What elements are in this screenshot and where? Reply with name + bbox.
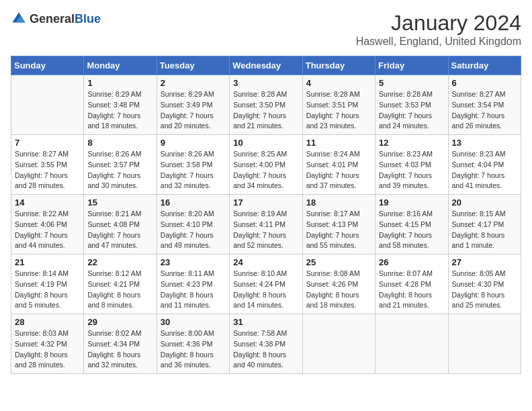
calendar-week-row: 7Sunrise: 8:27 AMSunset: 3:55 PMDaylight… [11,135,521,195]
cell-info: Sunrise: 8:23 AMSunset: 4:04 PMDaylight:… [452,149,517,191]
cell-info: Sunrise: 8:21 AMSunset: 4:08 PMDaylight:… [87,209,152,251]
cell-info: Sunrise: 8:02 AMSunset: 4:34 PMDaylight:… [87,328,152,371]
calendar-cell: 18Sunrise: 8:17 AMSunset: 4:13 PMDayligh… [302,195,375,255]
calendar-cell: 7Sunrise: 8:27 AMSunset: 3:55 PMDaylight… [11,135,84,195]
calendar-cell: 11Sunrise: 8:24 AMSunset: 4:01 PMDayligh… [302,135,375,195]
logo-icon [11,11,27,27]
month-title: January 2024 [356,11,521,36]
day-number: 30 [161,317,226,327]
cell-info: Sunrise: 8:28 AMSunset: 3:50 PMDaylight:… [233,89,298,132]
calendar-cell: 15Sunrise: 8:21 AMSunset: 4:08 PMDayligh… [84,195,157,255]
calendar-cell: 5Sunrise: 8:28 AMSunset: 3:53 PMDaylight… [375,75,448,135]
calendar-cell: 8Sunrise: 8:26 AMSunset: 3:57 PMDaylight… [84,135,157,195]
day-number: 19 [379,197,444,208]
cell-info: Sunrise: 8:22 AMSunset: 4:06 PMDaylight:… [15,209,80,251]
calendar-cell: 4Sunrise: 8:28 AMSunset: 3:51 PMDaylight… [302,75,375,135]
day-number: 20 [452,197,517,208]
cell-info: Sunrise: 8:17 AMSunset: 4:13 PMDaylight:… [306,209,371,251]
day-number: 27 [452,257,517,267]
day-number: 11 [306,138,371,148]
day-number: 14 [15,197,80,208]
day-number: 4 [306,78,371,88]
day-number: 17 [233,197,298,208]
calendar-cell: 29Sunrise: 8:02 AMSunset: 4:34 PMDayligh… [84,314,157,374]
day-header: Monday [84,56,157,75]
day-number: 7 [15,138,80,148]
cell-info: Sunrise: 8:28 AMSunset: 3:51 PMDaylight:… [306,89,371,132]
cell-info: Sunrise: 8:23 AMSunset: 4:03 PMDaylight:… [379,149,444,191]
calendar-cell: 19Sunrise: 8:16 AMSunset: 4:15 PMDayligh… [375,195,448,255]
calendar-cell: 30Sunrise: 8:00 AMSunset: 4:36 PMDayligh… [157,314,229,374]
logo: GeneralBlue [11,11,101,27]
cell-info: Sunrise: 8:27 AMSunset: 3:54 PMDaylight:… [452,89,517,132]
calendar-cell: 10Sunrise: 8:25 AMSunset: 4:00 PMDayligh… [230,135,302,195]
calendar-cell: 14Sunrise: 8:22 AMSunset: 4:06 PMDayligh… [11,195,84,255]
cell-info: Sunrise: 8:07 AMSunset: 4:28 PMDaylight:… [379,269,444,311]
calendar-cell: 22Sunrise: 8:12 AMSunset: 4:21 PMDayligh… [84,255,157,314]
day-number: 10 [233,138,298,148]
calendar-cell: 24Sunrise: 8:10 AMSunset: 4:24 PMDayligh… [230,255,302,314]
cell-info: Sunrise: 8:29 AMSunset: 3:48 PMDaylight:… [87,89,152,132]
calendar-cell [302,314,375,374]
cell-info: Sunrise: 8:19 AMSunset: 4:11 PMDaylight:… [233,209,298,251]
calendar-cell: 6Sunrise: 8:27 AMSunset: 3:54 PMDaylight… [448,75,521,135]
day-number: 22 [87,257,152,267]
cell-info: Sunrise: 8:14 AMSunset: 4:19 PMDaylight:… [15,269,80,311]
day-number: 16 [161,197,226,208]
day-number: 28 [15,317,80,327]
cell-info: Sunrise: 7:58 AMSunset: 4:38 PMDaylight:… [233,328,298,371]
day-number: 5 [379,78,444,88]
day-number: 15 [87,197,152,208]
calendar-cell: 3Sunrise: 8:28 AMSunset: 3:50 PMDaylight… [230,75,302,135]
calendar-cell: 16Sunrise: 8:20 AMSunset: 4:10 PMDayligh… [157,195,229,255]
calendar-cell [11,75,84,135]
calendar-cell: 25Sunrise: 8:08 AMSunset: 4:26 PMDayligh… [302,255,375,314]
day-number: 2 [161,78,226,88]
day-number: 24 [233,257,298,267]
cell-info: Sunrise: 8:00 AMSunset: 4:36 PMDaylight:… [161,328,226,371]
day-number: 12 [379,138,444,148]
calendar-table: SundayMondayTuesdayWednesdayThursdayFrid… [11,56,521,374]
cell-info: Sunrise: 8:24 AMSunset: 4:01 PMDaylight:… [306,149,371,191]
day-number: 18 [306,197,371,208]
day-number: 31 [233,317,298,327]
calendar-cell: 13Sunrise: 8:23 AMSunset: 4:04 PMDayligh… [448,135,521,195]
cell-info: Sunrise: 8:25 AMSunset: 4:00 PMDaylight:… [233,149,298,191]
calendar-cell [448,314,521,374]
calendar-cell: 9Sunrise: 8:26 AMSunset: 3:58 PMDaylight… [157,135,229,195]
cell-info: Sunrise: 8:28 AMSunset: 3:53 PMDaylight:… [379,89,444,132]
calendar-cell: 28Sunrise: 8:03 AMSunset: 4:32 PMDayligh… [11,314,84,374]
calendar-week-row: 1Sunrise: 8:29 AMSunset: 3:48 PMDaylight… [11,75,521,135]
cell-info: Sunrise: 8:12 AMSunset: 4:21 PMDaylight:… [87,269,152,311]
calendar-cell: 27Sunrise: 8:05 AMSunset: 4:30 PMDayligh… [448,255,521,314]
calendar-cell: 12Sunrise: 8:23 AMSunset: 4:03 PMDayligh… [375,135,448,195]
location-title: Haswell, England, United Kingdom [356,36,521,48]
cell-info: Sunrise: 8:15 AMSunset: 4:17 PMDaylight:… [452,209,517,251]
calendar-cell: 26Sunrise: 8:07 AMSunset: 4:28 PMDayligh… [375,255,448,314]
calendar-week-row: 21Sunrise: 8:14 AMSunset: 4:19 PMDayligh… [11,255,521,314]
cell-info: Sunrise: 8:05 AMSunset: 4:30 PMDaylight:… [452,269,517,311]
cell-info: Sunrise: 8:26 AMSunset: 3:58 PMDaylight:… [161,149,226,191]
cell-info: Sunrise: 8:03 AMSunset: 4:32 PMDaylight:… [15,328,80,371]
day-number: 9 [161,138,226,148]
cell-info: Sunrise: 8:10 AMSunset: 4:24 PMDaylight:… [233,269,298,311]
day-header: Friday [375,56,448,75]
day-header: Wednesday [230,56,302,75]
logo-text: GeneralBlue [30,12,101,26]
cell-info: Sunrise: 8:08 AMSunset: 4:26 PMDaylight:… [306,269,371,311]
day-number: 26 [379,257,444,267]
calendar-cell: 23Sunrise: 8:11 AMSunset: 4:23 PMDayligh… [157,255,229,314]
day-number: 29 [87,317,152,327]
calendar-cell: 21Sunrise: 8:14 AMSunset: 4:19 PMDayligh… [11,255,84,314]
calendar-cell: 17Sunrise: 8:19 AMSunset: 4:11 PMDayligh… [230,195,302,255]
header-row: SundayMondayTuesdayWednesdayThursdayFrid… [11,56,521,75]
day-number: 6 [452,78,517,88]
calendar-cell: 20Sunrise: 8:15 AMSunset: 4:17 PMDayligh… [448,195,521,255]
day-number: 25 [306,257,371,267]
day-header: Thursday [302,56,375,75]
calendar-week-row: 14Sunrise: 8:22 AMSunset: 4:06 PMDayligh… [11,195,521,255]
page-header: GeneralBlue January 2024 Haswell, Englan… [11,11,521,48]
day-number: 21 [15,257,80,267]
day-number: 1 [87,78,152,88]
cell-info: Sunrise: 8:20 AMSunset: 4:10 PMDaylight:… [161,209,226,251]
